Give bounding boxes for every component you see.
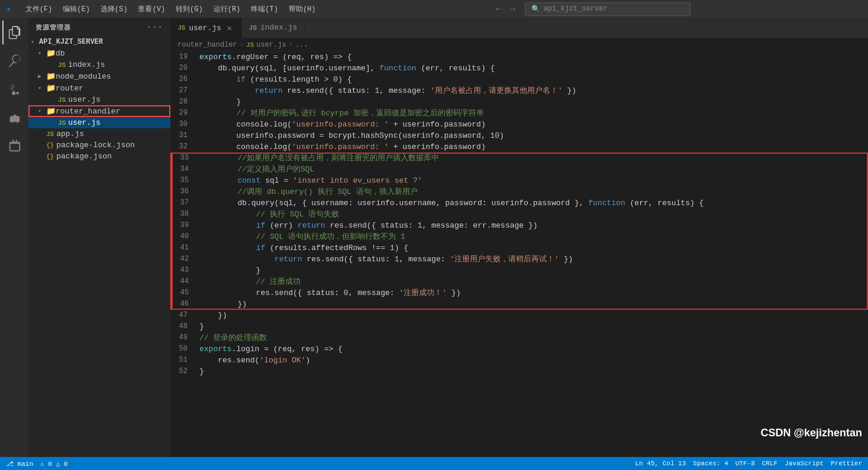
line-content-43: } — [198, 265, 260, 276]
search-box[interactable]: 🔍 api_kjzt_server — [525, 2, 690, 16]
tree-router[interactable]: ▾ 📁 router — [28, 82, 170, 94]
search-icon: 🔍 — [531, 5, 540, 14]
editor-area: JS user.js ✕ JS index.js router_handler … — [170, 18, 868, 457]
main-layout: 资源管理器 ··· ▾ API_KJZT_SERVER ▾ 📁 db JS in… — [0, 18, 868, 457]
line-num-32: 32 — [170, 141, 197, 153]
activity-source-control[interactable] — [2, 77, 26, 101]
breadcrumb-user-js[interactable]: user.js — [256, 41, 286, 49]
tree-router-handler[interactable]: ▾ 📁 router_handler — [28, 105, 170, 117]
code-line-43: 43 } — [172, 265, 868, 276]
line-content-47: }) — [197, 310, 227, 321]
code-line-52: 52 } — [170, 366, 868, 377]
status-eol[interactable]: CRLF — [762, 460, 777, 467]
menu-goto[interactable]: 转到(G) — [171, 2, 208, 17]
status-errors[interactable]: ⚠ 0 △ 0 — [40, 460, 67, 468]
status-language[interactable]: JavaScript — [785, 460, 824, 467]
code-line-30: 30 console.log('userinfo.password: ' + u… — [170, 119, 868, 130]
code-line-38: 38 // 执行 SQL 语句失败 — [172, 209, 868, 220]
code-line-41: 41 if (results.affectedRows !== 1) { — [172, 242, 868, 254]
line-num-47: 47 — [170, 310, 197, 321]
line-content-49: // 登录的处理函数 — [197, 332, 267, 343]
menu-select[interactable]: 选择(S) — [96, 2, 133, 17]
router-user-label: user.js — [68, 95, 101, 104]
breadcrumb-ellipsis[interactable]: ... — [295, 41, 308, 49]
status-branch[interactable]: ⎇ main — [6, 460, 33, 468]
code-line-40: 40 // SQL 语句执行成功，但影响行数不为 1 — [172, 231, 868, 242]
menu-edit[interactable]: 编辑(E) — [58, 2, 95, 17]
nav-arrows: ← → — [492, 3, 519, 15]
title-bar-center: ← → 🔍 api_kjzt_server — [321, 2, 862, 16]
line-num-36: 36 — [172, 186, 198, 197]
line-content-38: // 执行 SQL 语句失败 — [198, 209, 339, 220]
line-content-31: userinfo.password = bcrypt.hashSync(user… — [197, 130, 504, 141]
breadcrumb-router-handler[interactable]: router_handler — [178, 41, 237, 49]
title-bar-left: ✦ 文件(F) 编辑(E) 选择(S) 查看(V) 转到(G) 运行(R) 终端… — [6, 2, 321, 17]
tree-db-index[interactable]: JS index.js — [28, 59, 170, 70]
js-icon-rh-user: JS — [58, 119, 66, 127]
db-index-label: index.js — [68, 60, 105, 69]
tab-user-js[interactable]: JS user.js ✕ — [170, 18, 242, 38]
tab-index-js[interactable]: JS index.js — [242, 18, 305, 38]
js-icon-app: JS — [46, 131, 54, 138]
tree-db-folder[interactable]: ▾ 📁 db — [28, 47, 170, 59]
tree-router-handler-user[interactable]: JS user.js — [28, 117, 170, 128]
nav-forward[interactable]: → — [506, 3, 518, 15]
json-icon-pkg-lock: {} — [46, 142, 54, 149]
line-content-33: //如果用户名没有被占用，则将注册完的用户插入数据库中 — [198, 153, 439, 164]
tree-app-js[interactable]: JS app.js — [28, 128, 170, 140]
tab-index-js-icon: JS — [249, 24, 257, 31]
line-content-48: } — [197, 321, 204, 332]
code-line-33: 33 //如果用户名没有被占用，则将注册完的用户插入数据库中 — [172, 153, 868, 164]
sidebar-more-icon[interactable]: ··· — [147, 22, 163, 32]
code-line-35: 35 const sql = 'insert into ev_users set… — [172, 175, 868, 186]
tree-package-lock[interactable]: {} package-lock.json — [28, 140, 170, 151]
activity-search[interactable] — [2, 49, 26, 73]
breadcrumb: router_handler › JS user.js › ... — [170, 38, 868, 51]
menu-help[interactable]: 帮助(H) — [284, 2, 321, 17]
menu-terminal[interactable]: 终端(T) — [246, 2, 283, 17]
status-spaces[interactable]: Spaces: 4 — [693, 460, 728, 467]
line-num-34: 34 — [172, 164, 198, 175]
code-line-32: 32 console.log('userinfo.password: ' + u… — [170, 141, 868, 153]
line-content-27: return res.send({ status: 1, message: '用… — [197, 85, 576, 96]
status-formatter[interactable]: Prettier — [831, 460, 862, 467]
activity-debug[interactable] — [2, 106, 26, 129]
code-line-47: 47 }) — [170, 310, 868, 321]
line-content-37: db.query(sql, { username: userinfo.usern… — [198, 197, 704, 209]
router-handler-label: router_handler — [56, 107, 120, 116]
node-modules-label: node_modules — [56, 72, 111, 81]
line-num-46: 46 — [172, 299, 198, 310]
menu-run[interactable]: 运行(R) — [209, 2, 246, 17]
line-num-50: 50 — [170, 343, 197, 355]
code-line-29: 29 // 对用户的密码,进行 bcyrpe 加密，返回值是加密之后的密码字符串 — [170, 108, 868, 119]
menu-view[interactable]: 查看(V) — [133, 2, 170, 17]
line-content-46: }) — [198, 299, 247, 310]
sidebar-header-icons: ··· — [147, 22, 163, 32]
tab-user-js-icon: JS — [178, 24, 185, 31]
line-num-44: 44 — [172, 276, 198, 287]
activity-bar — [0, 18, 28, 457]
code-line-49: 49 // 登录的处理函数 — [170, 332, 868, 343]
sidebar: 资源管理器 ··· ▾ API_KJZT_SERVER ▾ 📁 db JS in… — [28, 18, 170, 457]
tree-package-json[interactable]: {} package.json — [28, 151, 170, 162]
code-editor[interactable]: 19 exports.regUser = (req, res) => { 20 … — [170, 51, 868, 457]
activity-extensions[interactable] — [2, 134, 26, 158]
line-content-32: console.log('userinfo.password: ' + user… — [197, 141, 486, 153]
tree-root[interactable]: ▾ API_KJZT_SERVER — [28, 37, 170, 47]
line-content-35: const sql = 'insert into ev_users set ?' — [198, 175, 422, 186]
sidebar-title: 资源管理器 — [36, 23, 71, 32]
code-line-27: 27 return res.send({ status: 1, message:… — [170, 85, 868, 96]
tree-router-user[interactable]: JS user.js — [28, 94, 170, 105]
status-ln-col[interactable]: Ln 45, Col 13 — [635, 460, 686, 467]
line-content-45: res.send({ status: 0, message: '注册成功！' }… — [198, 287, 461, 299]
router-folder-icon: 📁 — [46, 83, 56, 93]
tree-node-modules[interactable]: ▶ 📁 node_modules — [28, 70, 170, 82]
line-num-19: 19 — [170, 51, 197, 63]
tab-user-js-close[interactable]: ✕ — [225, 23, 234, 33]
activity-explorer[interactable] — [2, 21, 26, 44]
pkg-lock-label: package-lock.json — [56, 141, 135, 150]
status-encoding[interactable]: UTF-8 — [735, 460, 755, 467]
menu-file[interactable]: 文件(F) — [21, 2, 57, 17]
menu-items: 文件(F) 编辑(E) 选择(S) 查看(V) 转到(G) 运行(R) 终端(T… — [21, 2, 321, 17]
nav-back[interactable]: ← — [492, 3, 504, 15]
